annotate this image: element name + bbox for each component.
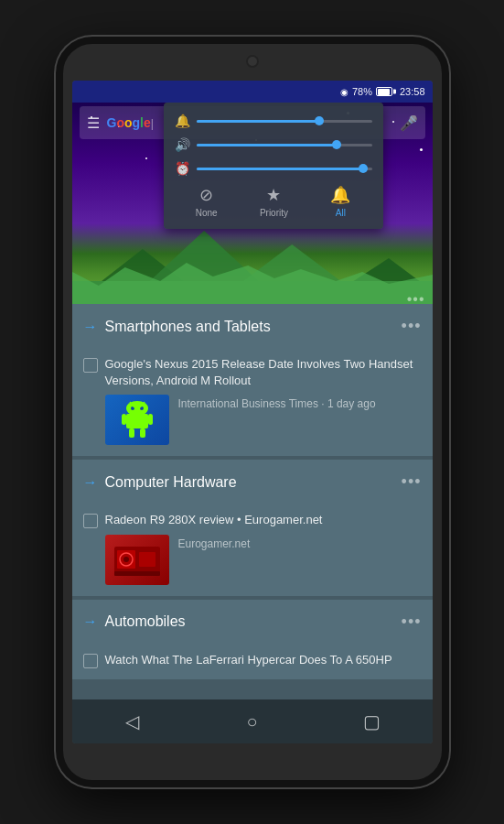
alarm-slider-thumb bbox=[359, 164, 368, 173]
recents-icon: ▢ bbox=[363, 710, 381, 732]
none-label: None bbox=[196, 208, 218, 218]
feed-more-dots[interactable]: ••• bbox=[407, 291, 425, 308]
svg-point-6 bbox=[126, 401, 148, 416]
news-item-title-radeon: Radeon R9 280X review • Eurogamer.net bbox=[105, 512, 323, 528]
none-icon: ⊘ bbox=[199, 185, 213, 205]
category-card-computer-hardware: → Computer Hardware ••• Radeon R9 280X r… bbox=[72, 460, 433, 595]
news-item-title-nexus: Google's Nexus 2015 Release Date Involve… bbox=[105, 356, 422, 389]
back-button[interactable]: ◁ bbox=[110, 699, 154, 743]
news-item-media-radeon: Eurogamer.net bbox=[105, 535, 422, 585]
volume-icon: 🔊 bbox=[175, 137, 189, 152]
device-frame: ◉ 78% 23:58 bbox=[56, 37, 449, 787]
news-thumbnail-nexus[interactable] bbox=[105, 395, 169, 445]
alarm-icon: ⏰ bbox=[175, 161, 189, 176]
news-item-header-laferrari: Watch What The LaFerrari Hypercar Does T… bbox=[83, 652, 422, 668]
google-e: e bbox=[144, 115, 151, 130]
news-source-text-radeon: Eurogamer.net bbox=[178, 537, 251, 550]
news-item-header-radeon: Radeon R9 280X review • Eurogamer.net bbox=[83, 512, 422, 528]
volume-slider-track[interactable] bbox=[197, 144, 372, 146]
news-item-bullet-radeon bbox=[83, 514, 98, 528]
alarm-slider-track[interactable] bbox=[197, 168, 372, 170]
data-indicator: ◉ bbox=[340, 87, 349, 97]
news-source-info-radeon: Eurogamer.net bbox=[178, 535, 251, 552]
category-header-computer-hardware[interactable]: → Computer Hardware ••• bbox=[72, 460, 433, 504]
news-source-text-nexus: International Business Times · 1 day ago bbox=[178, 397, 376, 410]
notif-option-all[interactable]: 🔔 All bbox=[330, 185, 350, 218]
google-g2: g bbox=[133, 115, 141, 130]
battery-percent: 78% bbox=[352, 86, 372, 97]
notification-slider-thumb bbox=[315, 116, 324, 125]
screen: ◉ 78% 23:58 bbox=[72, 81, 433, 743]
more-dots-computer-hardware[interactable]: ••• bbox=[402, 472, 422, 492]
svg-rect-10 bbox=[129, 428, 134, 438]
svg-rect-18 bbox=[139, 552, 155, 567]
device-camera bbox=[246, 55, 259, 68]
android-svg bbox=[119, 399, 155, 440]
arrow-smartphones-icon: → bbox=[83, 319, 98, 335]
hamburger-icon[interactable]: ☰ bbox=[87, 114, 100, 132]
volume-slider-row: 🔊 bbox=[175, 137, 372, 152]
google-g: G bbox=[107, 115, 117, 130]
news-item-radeon: Radeon R9 280X review • Eurogamer.net bbox=[72, 504, 433, 595]
battery-fill bbox=[378, 89, 390, 95]
svg-rect-11 bbox=[140, 428, 145, 438]
priority-icon: ★ bbox=[266, 185, 281, 205]
star bbox=[145, 157, 147, 159]
svg-point-20 bbox=[123, 557, 129, 562]
news-item-bullet-laferrari bbox=[83, 654, 98, 668]
google-cursor: | bbox=[151, 117, 154, 130]
recents-button[interactable]: ▢ bbox=[350, 699, 394, 743]
volume-slider-thumb bbox=[332, 140, 341, 149]
home-icon: ○ bbox=[246, 711, 257, 732]
svg-rect-8 bbox=[122, 414, 126, 425]
volume-slider-fill bbox=[197, 144, 338, 146]
svg-rect-9 bbox=[148, 414, 153, 425]
news-feed: → Smartphones and Tablets ••• Google's N… bbox=[72, 304, 433, 699]
news-item-laferrari: Watch What The LaFerrari Hypercar Does T… bbox=[72, 645, 433, 679]
back-icon: ◁ bbox=[125, 710, 139, 732]
news-thumbnail-radeon[interactable] bbox=[105, 535, 169, 585]
svg-rect-21 bbox=[114, 571, 160, 576]
bell-icon: 🔔 bbox=[175, 114, 189, 128]
notification-panel: 🔔 🔊 ⏰ bbox=[164, 103, 383, 229]
status-bar-right: ◉ 78% 23:58 bbox=[340, 86, 425, 97]
news-item-nexus: Google's Nexus 2015 Release Date Involve… bbox=[72, 349, 433, 456]
all-icon: 🔔 bbox=[330, 185, 350, 205]
alarm-slider-fill bbox=[197, 168, 363, 170]
notif-option-none[interactable]: ⊘ None bbox=[196, 185, 218, 218]
battery-icon bbox=[376, 87, 392, 96]
news-item-title-laferrari: Watch What The LaFerrari Hypercar Does T… bbox=[105, 652, 392, 668]
arrow-automobiles-icon: → bbox=[83, 613, 98, 630]
home-button[interactable]: ○ bbox=[230, 699, 273, 743]
category-header-automobiles[interactable]: → Automobiles ••• bbox=[72, 600, 433, 645]
status-bar: ◉ 78% 23:58 bbox=[72, 81, 433, 103]
category-title-smartphones: Smartphones and Tablets bbox=[105, 319, 271, 335]
notification-slider-track[interactable] bbox=[197, 120, 372, 123]
notification-slider-row: 🔔 bbox=[175, 114, 372, 128]
radeon-svg bbox=[110, 539, 165, 580]
news-source-info: International Business Times · 1 day ago bbox=[178, 395, 376, 412]
svg-rect-7 bbox=[126, 414, 148, 428]
news-item-media-nexus: International Business Times · 1 day ago bbox=[105, 395, 422, 445]
news-item-bullet-nexus bbox=[83, 358, 98, 373]
category-title-automobiles: Automobiles bbox=[105, 613, 186, 630]
alarm-slider-row: ⏰ bbox=[175, 161, 372, 176]
bottom-nav: ◁ ○ ▢ bbox=[72, 699, 433, 743]
google-o1: o bbox=[116, 115, 124, 130]
notif-option-priority[interactable]: ★ Priority bbox=[260, 185, 288, 218]
star bbox=[420, 148, 423, 151]
notification-slider-fill bbox=[197, 120, 319, 123]
more-dots-automobiles[interactable]: ••• bbox=[402, 613, 422, 632]
google-o2: o bbox=[124, 115, 133, 130]
category-header-smartphones[interactable]: → Smartphones and Tablets ••• bbox=[72, 304, 433, 349]
category-card-smartphones: → Smartphones and Tablets ••• Google's N… bbox=[72, 304, 433, 456]
more-dots-smartphones[interactable]: ••• bbox=[402, 317, 422, 336]
news-item-header-nexus: Google's Nexus 2015 Release Date Involve… bbox=[83, 356, 422, 389]
notification-options: ⊘ None ★ Priority 🔔 All bbox=[175, 185, 372, 218]
priority-label: Priority bbox=[260, 208, 288, 218]
category-title-computer-hardware: Computer Hardware bbox=[105, 474, 237, 491]
all-label: All bbox=[336, 208, 346, 218]
arrow-computer-hardware-icon: → bbox=[83, 474, 98, 491]
mic-icon[interactable]: 🎤 bbox=[400, 114, 418, 132]
category-card-automobiles: → Automobiles ••• Watch What The LaFerra… bbox=[72, 600, 433, 679]
